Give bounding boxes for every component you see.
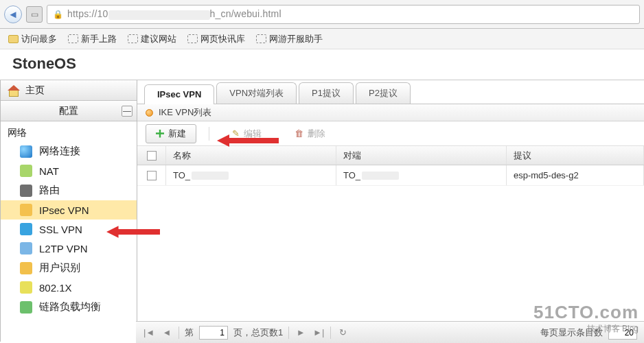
toolbar: 新建 ✎编辑 🗑删除 (137, 121, 644, 146)
collapse-icon[interactable]: — (122, 106, 133, 117)
tab-bar: IPsec VPNVPN对端列表P1提议P2提议 (137, 80, 644, 104)
sidebar-item-label: 网络连接 (39, 145, 80, 158)
sidebar-item-label: 路由 (39, 184, 60, 197)
sidebar-item-ipsec-vpn[interactable]: IPsec VPN (1, 200, 137, 220)
pager-page-input[interactable] (199, 326, 228, 340)
sidebar-item-网络连接[interactable]: 网络连接 (1, 141, 137, 161)
sidebar-item-label: 802.1X (39, 282, 72, 294)
sidebar-item-l2tp-vpn[interactable]: L2TP VPN (1, 239, 137, 258)
page-icon (128, 34, 138, 43)
sidebar-item-icon (20, 223, 32, 235)
sidebar-item-ssl-vpn[interactable]: SSL VPN (1, 220, 137, 239)
cell-peer: TO_ (336, 165, 507, 185)
status-dot-icon (146, 109, 153, 117)
page-icon (68, 34, 78, 43)
sidebar-item-label: NAT (39, 165, 59, 177)
select-all-checkbox[interactable] (147, 151, 157, 161)
pager-refresh-button[interactable]: ↻ (336, 327, 349, 339)
pager-prev-button[interactable]: ◄ (161, 327, 173, 339)
sidebar-item-icon (20, 281, 32, 294)
sidebar-item-用户识别[interactable]: 用户识别 (1, 258, 137, 278)
home-icon (8, 85, 20, 96)
sidebar-item-icon (20, 204, 32, 216)
plus-icon (156, 130, 164, 138)
panel-title-bar: IKE VPN列表 (137, 104, 644, 121)
sidebar-item-802.1x[interactable]: 802.1X (1, 278, 137, 297)
separator (209, 127, 209, 141)
url-text: https://10h_cn/webui.html (67, 8, 281, 19)
sidebar-item-icon (20, 262, 32, 274)
sidebar-item-label: 用户识别 (39, 261, 80, 274)
sidebar-item-label: L2TP VPN (39, 243, 88, 255)
cell-name: TO_ (166, 165, 336, 185)
sidebar-item-链路负载均衡[interactable]: 链路负载均衡 (1, 297, 137, 317)
sidebar-config-header[interactable]: 配置— (1, 101, 137, 121)
pager-first-button[interactable]: |◄ (143, 327, 155, 339)
address-bar[interactable]: 🔒 https://10h_cn/webui.html (47, 5, 640, 24)
browser-toolbar: ◄ ▭ 🔒 https://10h_cn/webui.html (0, 0, 644, 29)
col-proposal[interactable]: 提议 (507, 146, 644, 165)
delete-button[interactable]: 🗑删除 (284, 124, 336, 143)
panel-title: IKE VPN列表 (159, 106, 211, 119)
col-peer[interactable]: 对端 (336, 146, 507, 165)
watermark: 51CTO.com 技术博客 Blog (533, 302, 639, 335)
sidebar: 主页 配置— 网络 网络连接NAT路由IPsec VPNSSL VPNL2TP … (0, 80, 137, 342)
page-icon (256, 34, 266, 43)
pager-label-of: 页，总页数1 (233, 327, 283, 339)
pager-last-button[interactable]: ►| (312, 327, 325, 339)
row-checkbox[interactable] (147, 171, 157, 180)
bookmark-bar: 访问最多 新手上路 建议网站 网页快讯库 网游开服助手 (0, 29, 644, 49)
new-button[interactable]: 新建 (146, 124, 196, 143)
nav-back-button[interactable]: ◄ (4, 5, 22, 23)
reader-mode-button[interactable]: ▭ (26, 6, 43, 23)
sidebar-item-icon (20, 301, 32, 314)
cell-proposal: esp-md5-des-g2 (507, 165, 644, 185)
bookmark-item[interactable]: 网游开服助手 (252, 32, 327, 47)
sidebar-item-icon (20, 165, 32, 177)
sidebar-item-label: IPsec VPN (39, 204, 89, 216)
tab-2[interactable]: P1提议 (299, 82, 354, 104)
sidebar-item-label: SSL VPN (39, 224, 82, 235)
lock-icon: 🔒 (53, 10, 63, 19)
sidebar-item-路由[interactable]: 路由 (1, 180, 137, 200)
bookmark-item[interactable]: 新手上路 (64, 32, 121, 47)
col-name[interactable]: 名称 (166, 146, 336, 165)
bookmark-most-visited[interactable]: 访问最多 (4, 32, 61, 47)
sidebar-section-label: 网络 (1, 121, 137, 141)
table-row[interactable]: TO_ TO_ esp-md5-des-g2 (137, 165, 644, 186)
edit-button[interactable]: ✎编辑 (222, 124, 272, 143)
tab-1[interactable]: VPN对端列表 (216, 82, 297, 104)
brand-title: StoneOS (0, 49, 644, 80)
pager-label-page: 第 (185, 327, 194, 339)
sidebar-item-label: 链路负载均衡 (39, 300, 101, 314)
sidebar-item-icon (20, 145, 32, 158)
bookmark-item[interactable]: 网页快讯库 (183, 32, 249, 47)
pencil-icon: ✎ (232, 128, 240, 139)
tab-3[interactable]: P2提议 (356, 82, 411, 104)
sidebar-item-icon (20, 242, 32, 255)
tab-0[interactable]: IPsec VPN (144, 84, 214, 104)
sidebar-item-nat[interactable]: NAT (1, 161, 137, 180)
folder-icon (8, 35, 19, 43)
bookmark-item[interactable]: 建议网站 (124, 32, 181, 47)
sidebar-item-icon (20, 185, 32, 197)
page-icon (187, 34, 198, 43)
table-header: 名称 对端 提议 (137, 146, 644, 165)
trash-icon: 🗑 (295, 128, 303, 139)
pager-next-button[interactable]: ► (295, 327, 307, 339)
sidebar-home[interactable]: 主页 (1, 80, 137, 101)
